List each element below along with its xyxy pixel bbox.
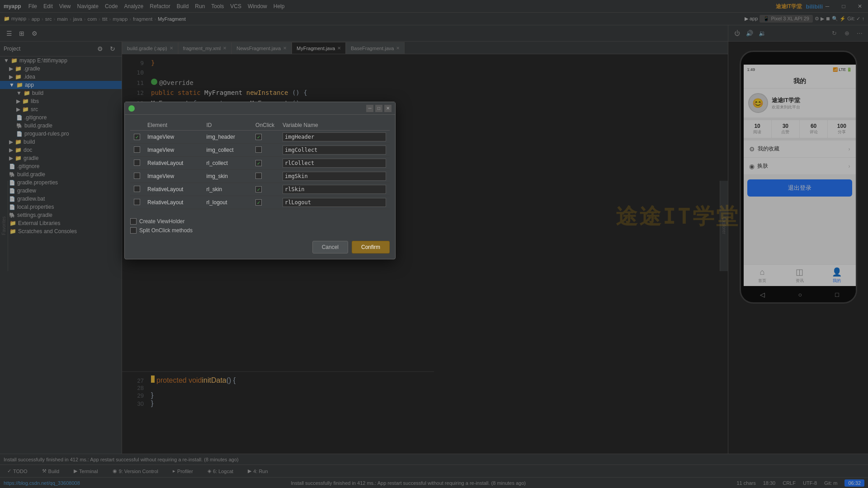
table-row: RelativeLayout rl_skin	[130, 183, 390, 196]
table-row: RelativeLayout rl_collect	[130, 157, 390, 170]
dialog-buttons: Cancel Confirm	[125, 237, 395, 259]
row1-onclick[interactable]	[255, 134, 262, 140]
row2-checkbox[interactable]	[134, 146, 140, 153]
row2-element: ImageView	[144, 144, 203, 157]
row6-onclick[interactable]	[255, 199, 262, 206]
dialog-footer: Create ViewHolder Split OnClick methods	[125, 215, 395, 237]
dialog-titlebar: ─ □ ✕	[125, 102, 395, 115]
row6-varname[interactable]	[283, 198, 386, 207]
row4-element: ImageView	[144, 170, 203, 183]
dialog-body: Element ID OnClick Variable Name ImageVi…	[125, 115, 395, 215]
col-id: ID	[203, 120, 252, 131]
row3-varname[interactable]	[283, 159, 386, 168]
viewholder-label: Create ViewHolder	[139, 218, 185, 225]
row5-checkbox[interactable]	[134, 186, 140, 192]
col-element: Element	[144, 120, 203, 131]
row2-id: img_collect	[203, 144, 252, 157]
elements-table: Element ID OnClick Variable Name ImageVi…	[130, 120, 390, 209]
row3-element: RelativeLayout	[144, 157, 203, 170]
row5-element: RelativeLayout	[144, 183, 203, 196]
dialog-icon	[128, 105, 135, 112]
row1-varname[interactable]	[283, 132, 386, 141]
row5-onclick[interactable]	[255, 186, 262, 192]
row2-varname[interactable]	[283, 145, 386, 155]
row4-onclick[interactable]	[255, 173, 262, 179]
dialog-controls[interactable]: ─ □ ✕	[366, 105, 392, 112]
splitonclick-checkbox[interactable]	[130, 227, 137, 234]
dialog-close-btn[interactable]: ✕	[384, 105, 392, 112]
cancel-button[interactable]: Cancel	[312, 241, 348, 253]
generate-dialog: ─ □ ✕ Element ID OnClick Variable Name	[124, 102, 396, 259]
confirm-button[interactable]: Confirm	[352, 241, 390, 253]
table-row: ImageView img_collect	[130, 144, 390, 157]
row6-checkbox[interactable]	[134, 199, 140, 205]
dialog-minimize-btn[interactable]: ─	[366, 105, 373, 112]
col-check	[130, 120, 144, 131]
table-row: ImageView img_header	[130, 131, 390, 144]
row4-varname[interactable]	[283, 172, 386, 181]
row4-checkbox[interactable]	[134, 173, 140, 179]
row2-onclick[interactable]	[255, 146, 262, 153]
table-row: RelativeLayout rl_logout	[130, 196, 390, 209]
row5-varname[interactable]	[283, 185, 386, 194]
row6-id: rl_logout	[203, 196, 252, 209]
col-varname: Variable Name	[279, 120, 390, 131]
row3-id: rl_collect	[203, 157, 252, 170]
row1-element: ImageView	[144, 131, 203, 144]
viewholder-option: Create ViewHolder	[130, 218, 390, 225]
col-onclick: OnClick	[252, 120, 279, 131]
splitonclick-label: Split OnClick methods	[139, 227, 193, 234]
row4-id: img_skin	[203, 170, 252, 183]
splitonclick-option: Split OnClick methods	[130, 227, 390, 234]
row1-id: img_header	[203, 131, 252, 144]
row3-checkbox[interactable]	[134, 160, 140, 166]
table-row: ImageView img_skin	[130, 170, 390, 183]
viewholder-checkbox[interactable]	[130, 218, 137, 225]
row5-id: rl_skin	[203, 183, 252, 196]
row3-onclick[interactable]	[255, 160, 262, 166]
row6-element: RelativeLayout	[144, 196, 203, 209]
row1-checkbox[interactable]	[134, 134, 140, 140]
dialog-maximize-btn[interactable]: □	[375, 105, 382, 112]
